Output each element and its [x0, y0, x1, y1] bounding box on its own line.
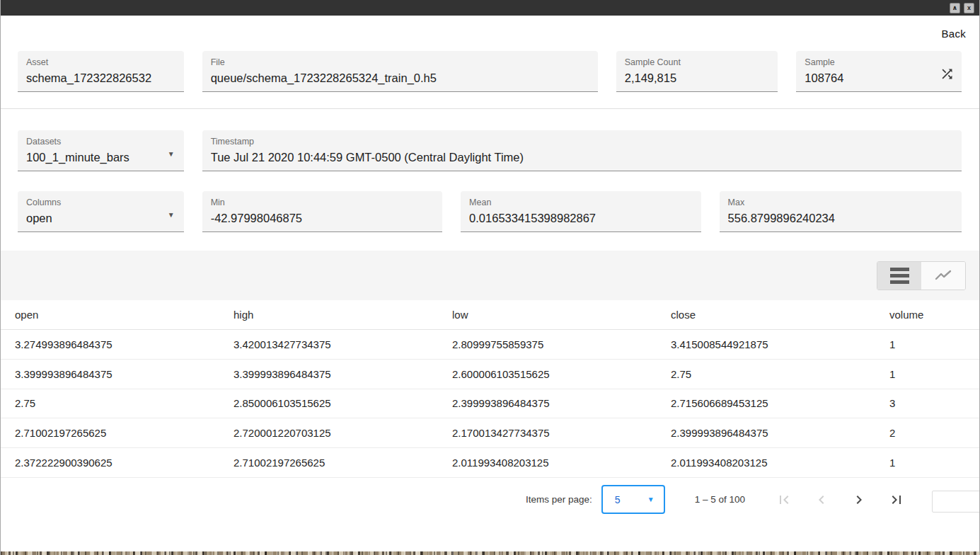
last-page-button[interactable]	[882, 486, 911, 514]
table-cell: 3.274993896484375	[15, 338, 234, 350]
table-cell: 1	[889, 338, 979, 350]
datasets-select[interactable]: Datasets 100_1_minute_bars ▼	[18, 130, 184, 171]
column-header-open: open	[15, 309, 234, 321]
table-cell: 3.399993896484375	[234, 368, 452, 380]
table-cell: 2.75	[15, 397, 234, 409]
min-value: -42.97998046875	[211, 212, 434, 225]
back-button[interactable]: Back	[941, 28, 966, 40]
sample-label: Sample	[805, 57, 953, 69]
chevron-right-icon	[851, 491, 867, 508]
file-label: File	[211, 57, 589, 69]
dataset-section: Datasets 100_1_minute_bars ▼ Timestamp T…	[1, 109, 979, 251]
window-shade-button[interactable]: ∧	[950, 3, 960, 13]
table-cell: 2	[889, 427, 979, 439]
max-value: 556.8799896240234	[728, 212, 953, 225]
file-field[interactable]: File queue/schema_1723228265324_train_0.…	[202, 51, 598, 92]
table-cell: 2.75	[671, 368, 889, 380]
table-cell: 2.80999755859375	[452, 338, 671, 350]
dropdown-arrow-icon: ▼	[168, 151, 175, 158]
table-cell: 2.399993896484375	[452, 397, 671, 409]
sample-count-value: 2,149,815	[625, 71, 770, 85]
sample-count-field[interactable]: Sample Count 2,149,815	[616, 51, 778, 92]
table-view-button[interactable]	[877, 262, 921, 290]
table-cell: 3	[889, 397, 979, 409]
table-cell: 1	[889, 368, 979, 380]
column-header-high: high	[234, 309, 452, 321]
shade-icon: ∧	[952, 5, 957, 11]
last-page-icon	[888, 491, 905, 508]
chevron-left-icon	[813, 491, 830, 508]
column-header-close: close	[671, 309, 889, 321]
timestamp-label: Timestamp	[211, 137, 953, 148]
sample-value: 108764	[805, 71, 953, 85]
table-cell: 2.011993408203125	[452, 457, 671, 469]
window-close-button[interactable]: x	[964, 3, 974, 13]
first-page-icon	[776, 491, 792, 508]
table-cell: 2.720001220703125	[234, 427, 452, 439]
data-table: open high low close volume 3.27499389648…	[1, 300, 979, 478]
max-field[interactable]: Max 556.8799896240234	[720, 191, 962, 232]
sample-count-label: Sample Count	[625, 57, 770, 69]
asset-value: schema_172322826532	[26, 71, 175, 85]
view-toolbar	[1, 251, 979, 300]
close-icon: x	[967, 5, 971, 11]
table-row[interactable]: 2.710021972656252.7200012207031252.17001…	[1, 418, 979, 448]
table-cell: 2.372222900390625	[15, 457, 234, 469]
table-cell: 1	[889, 457, 979, 469]
previous-page-button[interactable]	[807, 486, 836, 514]
file-value: queue/schema_1723228265324_train_0.h5	[211, 71, 589, 85]
timestamp-field[interactable]: Timestamp Tue Jul 21 2020 10:44:59 GMT-0…	[202, 130, 962, 171]
mean-label: Mean	[469, 198, 692, 209]
view-toggle-group	[877, 261, 966, 290]
ghost-box	[932, 491, 980, 513]
list-view-icon	[890, 268, 909, 284]
table-cell: 2.011993408203125	[671, 457, 889, 469]
first-page-button[interactable]	[770, 486, 798, 514]
table-cell: 2.71002197265625	[15, 427, 234, 439]
desktop-background-strip	[1, 551, 979, 555]
dropdown-arrow-icon: ▼	[168, 212, 175, 219]
mean-field[interactable]: Mean 0.016533415398982867	[461, 191, 701, 232]
select-caret-icon: ▼	[647, 496, 655, 503]
back-row: Back	[1, 16, 979, 42]
titlebar: ∧ x	[1, 0, 979, 16]
mean-value: 0.016533415398982867	[469, 212, 692, 225]
max-label: Max	[728, 198, 953, 209]
asset-field[interactable]: Asset schema_172322826532	[18, 51, 184, 92]
columns-label: Columns	[26, 198, 175, 209]
table-cell: 2.71002197265625	[234, 457, 452, 469]
table-row[interactable]: 3.2749938964843753.4200134277343752.8099…	[1, 330, 979, 360]
items-per-page-label: Items per page:	[526, 494, 592, 505]
table-cell: 3.399993896484375	[15, 368, 234, 380]
chart-view-button[interactable]	[921, 262, 965, 290]
datasets-label: Datasets	[26, 137, 175, 148]
table-row[interactable]: 2.752.8500061035156252.3999938964843752.…	[1, 389, 979, 419]
shuffle-icon[interactable]	[940, 67, 955, 84]
asset-label: Asset	[26, 57, 175, 69]
page-size-select[interactable]: 5 ▼	[601, 485, 665, 514]
sample-field[interactable]: Sample 108764	[796, 51, 962, 92]
table-cell: 2.715606689453125	[671, 397, 889, 409]
table-cell: 2.850006103515625	[234, 397, 452, 409]
min-label: Min	[211, 198, 434, 209]
paginator: Items per page: 5 ▼ 1 – 5 of 100	[1, 478, 979, 522]
min-field[interactable]: Min -42.97998046875	[202, 191, 442, 232]
timestamp-value: Tue Jul 21 2020 10:44:59 GMT-0500 (Centr…	[211, 151, 953, 164]
app-window: ∧ x Back Asset schema_172322826532 File …	[0, 0, 980, 555]
table-cell: 2.399993896484375	[671, 427, 889, 439]
table-row[interactable]: 2.3722229003906252.710021972656252.01199…	[1, 448, 979, 478]
page-range-label: 1 – 5 of 100	[695, 494, 745, 505]
datasets-value: 100_1_minute_bars	[26, 151, 175, 164]
table-row[interactable]: 3.3999938964843753.3999938964843752.6000…	[1, 360, 979, 389]
table-cell: 3.415008544921875	[671, 338, 889, 350]
next-page-button[interactable]	[845, 486, 873, 514]
table-cell: 2.170013427734375	[452, 427, 671, 439]
table-cell: 3.420013427734375	[234, 338, 452, 350]
columns-value: open	[26, 212, 175, 225]
line-chart-icon	[934, 268, 952, 284]
columns-select[interactable]: Columns open ▼	[18, 191, 184, 232]
table-cell: 2.600006103515625	[452, 368, 671, 380]
info-section: Asset schema_172322826532 File queue/sch…	[1, 42, 979, 108]
column-header-volume: volume	[889, 309, 979, 321]
page-size-value: 5	[615, 494, 621, 505]
